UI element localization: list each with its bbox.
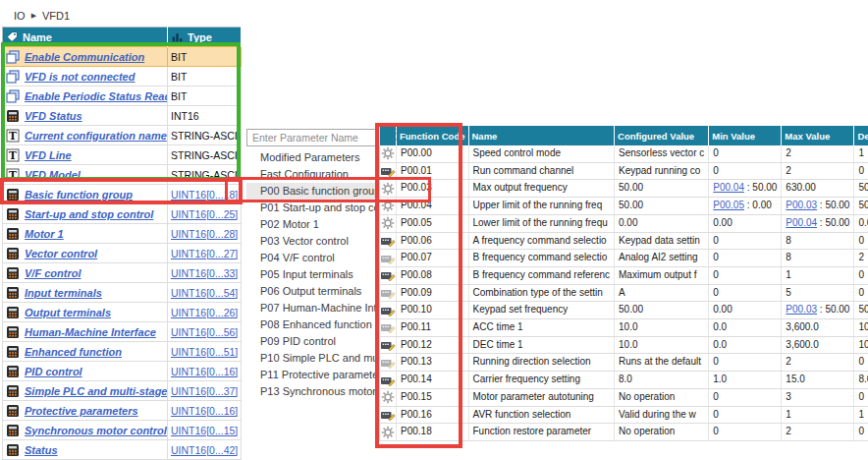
column-header-name[interactable]: Name bbox=[468, 126, 615, 145]
tag-name-link[interactable]: Synchronous motor control bbox=[25, 425, 167, 436]
tag-name-link[interactable]: PID control bbox=[25, 366, 82, 377]
tag-type-link[interactable]: UINT16[0...18] bbox=[171, 189, 238, 201]
max-value: 8 bbox=[786, 252, 791, 262]
tag-type-link[interactable]: UINT16[0...16] bbox=[171, 405, 238, 417]
default-value: 0 bbox=[854, 266, 868, 284]
configured-value-cell[interactable]: No operation bbox=[615, 424, 709, 441]
configured-value-cell[interactable]: A bbox=[615, 284, 709, 302]
configured-value-cell[interactable]: Maximum output f bbox=[615, 266, 709, 284]
table-row: TVFD LineSTRING-ASCII bbox=[3, 145, 242, 165]
gear-icon bbox=[380, 389, 396, 405]
column-header-function-code[interactable]: Function Code bbox=[397, 126, 469, 145]
configured-value-cell[interactable]: Keypad data settin bbox=[615, 232, 709, 250]
tag-name-link[interactable]: VFD Model bbox=[25, 169, 81, 181]
parameter-name: Keypad set frequency bbox=[468, 302, 615, 319]
tag-type-link[interactable]: UINT16[0...56] bbox=[171, 326, 238, 338]
max-cross-reference-link[interactable]: P00.03 bbox=[786, 200, 817, 210]
tag-name-link[interactable]: Input terminals bbox=[25, 287, 102, 299]
configured-value-cell[interactable]: Runs at the default bbox=[615, 354, 709, 372]
tag-name-link[interactable]: VFD is not connected bbox=[25, 71, 135, 83]
column-header-default-value[interactable]: Default Value bbox=[854, 126, 868, 145]
breadcrumb-current[interactable]: VFD1 bbox=[42, 10, 70, 22]
max-value: 8 bbox=[786, 235, 791, 246]
default-value: 1 bbox=[854, 145, 868, 162]
tag-type-link[interactable]: UINT16[0...16] bbox=[171, 366, 238, 377]
tag-name-link[interactable]: VFD Line bbox=[25, 149, 72, 161]
configured-value-cell[interactable]: Valid during the w bbox=[615, 406, 709, 424]
max-value: 3 bbox=[786, 391, 791, 402]
parameter-name: Function restore parameter bbox=[468, 424, 615, 441]
tag-name-link[interactable]: Protective parameters bbox=[25, 405, 138, 417]
tag-name-link[interactable]: Motor 1 bbox=[25, 228, 64, 240]
column-header-configured-value[interactable]: Configured Value bbox=[615, 126, 709, 145]
tag-name-link[interactable]: Simple PLC and multi-stage s... bbox=[25, 385, 168, 397]
configured-value-cell[interactable]: Analog AI2 setting bbox=[615, 250, 709, 267]
tag-table: NameType Enable CommunicationBITVFD is n… bbox=[2, 27, 242, 460]
numeric-icon bbox=[5, 187, 21, 202]
configured-value-cell[interactable]: Sensorless vector c bbox=[615, 145, 709, 162]
tag-name-link[interactable]: VFD Status bbox=[25, 110, 82, 122]
tag-name-link[interactable]: Current configuration name bbox=[25, 130, 167, 142]
tag-type-link[interactable]: UINT16[0...42] bbox=[171, 444, 238, 456]
breadcrumb-root[interactable]: IO bbox=[14, 10, 26, 22]
configured-value-cell[interactable]: No operation bbox=[615, 388, 709, 406]
tag-name-link[interactable]: Basic function group bbox=[25, 189, 133, 201]
column-header-min-value[interactable]: Min Value bbox=[709, 126, 782, 145]
tag-name-link[interactable]: V/F control bbox=[25, 267, 81, 279]
min-value: 0 bbox=[713, 409, 719, 420]
table-row: Enhanced functionUINT16[0...51] bbox=[3, 342, 242, 362]
tag-type-link[interactable]: UINT16[0...51] bbox=[171, 346, 238, 358]
tag-table-panel: NameType Enable CommunicationBITVFD is n… bbox=[2, 27, 241, 460]
tag-type-value: BIT bbox=[171, 90, 187, 102]
tag-type-link[interactable]: UINT16[0...25] bbox=[171, 208, 238, 220]
tag-type-link[interactable]: UINT16[0...54] bbox=[171, 287, 238, 299]
column-header-name[interactable]: Name bbox=[3, 28, 168, 47]
tag-name-link[interactable]: Enhanced function bbox=[25, 346, 122, 358]
default-value: 8.0 bbox=[854, 372, 868, 389]
column-header-icon[interactable] bbox=[380, 126, 397, 145]
parameter-name: AVR function selection bbox=[468, 406, 615, 424]
function-code: P00.06 bbox=[397, 232, 469, 250]
function-code: P00.09 bbox=[397, 284, 469, 302]
column-header-max-value[interactable]: Max Value bbox=[782, 126, 854, 145]
tag-type-link[interactable]: UINT16[0...33] bbox=[171, 267, 238, 279]
edit-icon-dim bbox=[380, 355, 396, 371]
parameter-name: Lower limit of the running frequ bbox=[468, 214, 615, 232]
tag-name-link[interactable]: Status bbox=[25, 444, 58, 456]
min-value: 0 bbox=[713, 165, 719, 176]
min-value: 0.0 bbox=[713, 321, 727, 332]
configured-value-cell[interactable]: 50.00 bbox=[615, 302, 709, 319]
tag-name-link[interactable]: Output terminals bbox=[25, 307, 111, 318]
max-cross-reference-link[interactable]: P00.04 bbox=[786, 217, 817, 228]
tag-type-link[interactable]: UINT16[0...37] bbox=[171, 385, 238, 397]
function-code: P00.07 bbox=[397, 250, 469, 267]
configured-value-cell[interactable]: 0.00 bbox=[615, 214, 709, 232]
tag-name-link[interactable]: Enable Communication bbox=[25, 51, 144, 63]
numeric-icon bbox=[5, 285, 21, 301]
default-value: 0 bbox=[854, 162, 868, 180]
max-cross-reference-link[interactable]: P00.03 bbox=[786, 304, 817, 315]
column-header-type[interactable]: Type bbox=[168, 28, 242, 47]
configured-value-cell[interactable]: 50.00 bbox=[615, 180, 709, 198]
function-code: P00.13 bbox=[397, 354, 469, 372]
pages-icon bbox=[5, 49, 21, 65]
tag-name-link[interactable]: Start-up and stop control bbox=[25, 208, 153, 220]
configured-value-cell[interactable]: 50.00 bbox=[615, 198, 709, 215]
min-cross-reference-link[interactable]: P00.05 bbox=[713, 200, 744, 210]
tag-type-link[interactable]: UINT16[0...28] bbox=[171, 228, 238, 240]
function-table-panel: Function CodeNameConfigured ValueMin Val… bbox=[379, 126, 868, 441]
table-row: Synchronous motor controlUINT16[0...15] bbox=[3, 421, 242, 440]
table-row: P00.11ACC time 110.00.03,600.010.0s bbox=[380, 319, 868, 337]
tag-type-link[interactable]: UINT16[0...26] bbox=[171, 307, 238, 318]
configured-value-cell[interactable]: 8.0 bbox=[615, 372, 709, 389]
tag-type-link[interactable]: UINT16[0...27] bbox=[171, 248, 238, 259]
configured-value-cell[interactable]: 10.0 bbox=[615, 336, 709, 354]
tag-name-link[interactable]: Human-Machine Interface bbox=[25, 326, 156, 338]
configured-value-cell[interactable]: Keypad running co bbox=[615, 162, 709, 180]
configured-value-cell[interactable]: 10.0 bbox=[615, 319, 709, 337]
tag-type-link[interactable]: UINT16[0...15] bbox=[171, 425, 238, 436]
min-cross-reference-link[interactable]: P00.04 bbox=[713, 182, 744, 193]
tag-name-link[interactable]: Vector control bbox=[25, 248, 97, 259]
tag-name-link[interactable]: Enable Periodic Status Read bbox=[25, 90, 168, 102]
table-row: Protective parametersUINT16[0...16] bbox=[3, 401, 242, 421]
